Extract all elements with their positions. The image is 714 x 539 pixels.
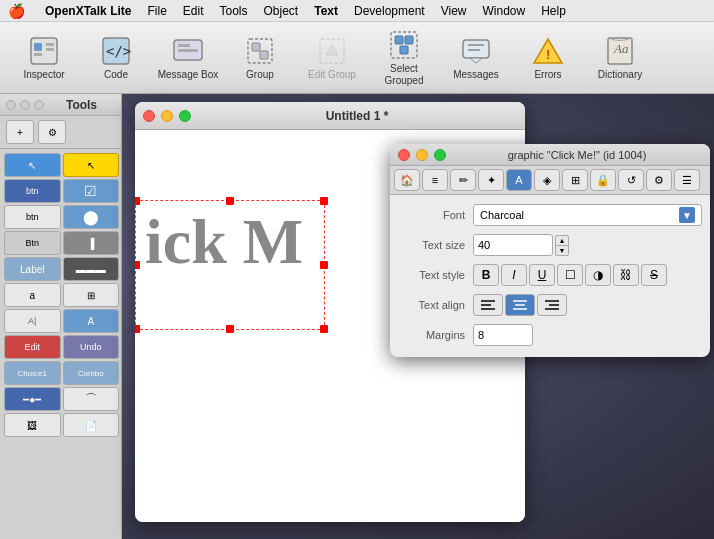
style-shadow-button[interactable]: ◑ [585,264,611,286]
align-right-button[interactable] [537,294,567,316]
menu-object[interactable]: Object [264,4,299,18]
apple-menu-icon[interactable]: 🍎 [8,3,25,19]
style-strike-button[interactable]: S [641,264,667,286]
tool-choice[interactable]: Choice1 [4,361,61,385]
tool-grid[interactable]: ⊞ [63,283,120,307]
tool-label[interactable]: Label [4,257,61,281]
toolbar-group[interactable]: Group [224,26,296,90]
style-underline-button[interactable]: U [529,264,555,286]
tool-radio[interactable]: ⬤ [63,205,120,229]
inspector-close-button[interactable] [398,149,410,161]
handle-bl[interactable] [135,325,140,333]
tab-text[interactable]: A [506,169,532,191]
tab-more[interactable]: ☰ [674,169,700,191]
tab-settings[interactable]: ⚙ [646,169,672,191]
doc-zoom-button[interactable] [179,110,191,122]
style-link-button[interactable]: ⛓ [613,264,639,286]
tools-panel: Tools + ⚙ ↖ ↖ btn ☑ btn ⬤ Btn ▐ Label ▬▬… [0,94,122,539]
tool-list[interactable]: A| [4,309,61,333]
tool-text-field[interactable]: a [4,283,61,307]
menu-file[interactable]: File [147,4,166,18]
menu-development[interactable]: Development [354,4,425,18]
tools-add-button[interactable]: + [6,120,34,144]
tool-slider[interactable]: ━●━ [4,387,61,411]
menu-help[interactable]: Help [541,4,566,18]
tab-pen[interactable]: ✏ [450,169,476,191]
margins-label: Margins [398,329,473,341]
tool-edit-1[interactable]: Edit [4,335,61,359]
tool-button-blue[interactable]: btn [4,179,61,203]
handle-bc[interactable] [226,325,234,333]
align-center-button[interactable] [505,294,535,316]
tool-button-light[interactable]: btn [4,205,61,229]
align-left-button[interactable] [473,294,503,316]
tools-settings-button[interactable]: ⚙ [38,120,66,144]
tool-checkbox[interactable]: ☑ [63,179,120,203]
tab-lock[interactable]: 🔒 [590,169,616,191]
tool-text-area[interactable]: A [63,309,120,333]
tools-close-dot[interactable] [6,100,16,110]
tool-arrow-yellow[interactable]: ↖ [63,153,120,177]
inspector-zoom-button[interactable] [434,149,446,161]
app-name: OpenXTalk Lite [45,4,131,18]
tool-pointer[interactable]: ↖ [4,153,61,177]
doc-titlebar: Untitled 1 * [135,102,525,130]
tool-button-gray[interactable]: Btn [4,231,61,255]
toolbar-edit-group[interactable]: Edit Group [296,26,368,90]
handle-ml[interactable] [135,261,140,269]
handle-tc[interactable] [226,197,234,205]
tool-misc[interactable]: 📄 [63,413,120,437]
dictionary-icon: Aa [604,35,636,67]
svg-rect-1 [34,43,42,51]
menu-window[interactable]: Window [483,4,526,18]
text-size-down[interactable]: ▼ [555,245,569,256]
handle-tr[interactable] [320,197,328,205]
handle-br[interactable] [320,325,328,333]
toolbar-dictionary[interactable]: Aa Dictionary [584,26,656,90]
tool-combo[interactable]: Combo [63,361,120,385]
font-value: Charcoal ▼ [473,204,702,226]
message-box-label: Message Box [158,69,219,81]
inspector-minimize-button[interactable] [416,149,428,161]
text-size-up[interactable]: ▲ [555,235,569,246]
tools-zoom-dot[interactable] [34,100,44,110]
handle-mr[interactable] [320,261,328,269]
main-area: Tools + ⚙ ↖ ↖ btn ☑ btn ⬤ Btn ▐ Label ▬▬… [0,94,714,539]
toolbar-select-grouped[interactable]: Select Grouped [368,26,440,90]
tools-minimize-dot[interactable] [20,100,30,110]
tool-scrollbar[interactable]: ▐ [63,231,120,255]
doc-close-button[interactable] [143,110,155,122]
toolbar-errors[interactable]: ! Errors [512,26,584,90]
group-label: Group [246,69,274,81]
toolbar-message-box[interactable]: Message Box [152,26,224,90]
text-style-row: Text style B I U ☐ ◑ ⛓ S [398,261,702,289]
tool-curve[interactable]: ⌒ [63,387,120,411]
tool-progress[interactable]: ▬▬▬ [63,257,120,281]
tab-home[interactable]: 🏠 [394,169,420,191]
style-box-button[interactable]: ☐ [557,264,583,286]
svg-text:Aa: Aa [613,41,629,56]
doc-minimize-button[interactable] [161,110,173,122]
toolbar-inspector[interactable]: Inspector [8,26,80,90]
tab-rotate[interactable]: ↺ [618,169,644,191]
tool-edit-2[interactable]: Undo [63,335,120,359]
menu-edit[interactable]: Edit [183,4,204,18]
tool-image[interactable]: 🖼 [4,413,61,437]
margins-input[interactable] [473,324,533,346]
tab-list[interactable]: ≡ [422,169,448,191]
tab-effects[interactable]: ✦ [478,169,504,191]
toolbar-code[interactable]: </> Code [80,26,152,90]
inspector-icon [28,35,60,67]
style-italic-button[interactable]: I [501,264,527,286]
tab-pattern[interactable]: ◈ [534,169,560,191]
tab-grid[interactable]: ⊞ [562,169,588,191]
font-dropdown[interactable]: Charcoal ▼ [473,204,702,226]
svg-rect-17 [400,46,408,54]
menu-view[interactable]: View [441,4,467,18]
menu-tools[interactable]: Tools [220,4,248,18]
menu-text[interactable]: Text [314,4,338,18]
handle-tl[interactable] [135,197,140,205]
toolbar-messages[interactable]: Messages [440,26,512,90]
text-size-input[interactable] [473,234,553,256]
style-bold-button[interactable]: B [473,264,499,286]
